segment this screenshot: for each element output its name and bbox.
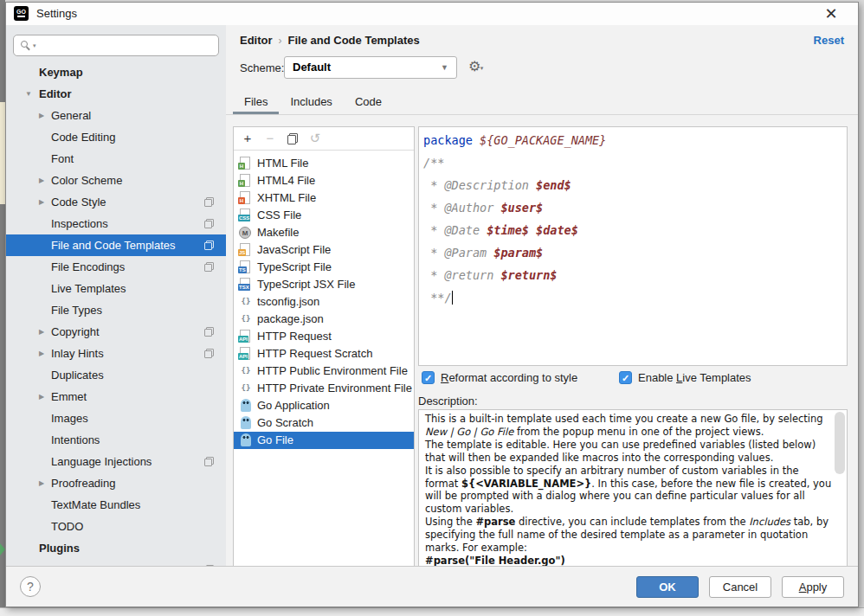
template-item-css-file[interactable]: CSSCSS File: [234, 207, 414, 224]
description-line: format ${<VARIABLE_NAME>}. In this case,…: [419, 478, 847, 491]
ok-button[interactable]: OK: [636, 576, 699, 598]
apply-button[interactable]: Apply: [782, 576, 844, 598]
goland-app-icon: GO: [14, 6, 29, 21]
template-item-label: TypeScript JSX File: [257, 276, 355, 293]
description-label: Description:: [418, 395, 478, 407]
template-options: ✓ Reformat according to style ✓ Enable L…: [418, 370, 851, 389]
help-button[interactable]: ?: [20, 576, 41, 597]
template-item-go-file[interactable]: Go File: [234, 432, 414, 449]
scheme-label: Scheme:: [240, 61, 284, 74]
template-item-html4-file[interactable]: HHTML4 File: [234, 172, 414, 189]
sidebar-item-inlay-hints[interactable]: ▶Inlay Hints: [6, 343, 226, 364]
sidebar-item-textmate-bundles[interactable]: TextMate Bundles: [6, 494, 226, 516]
chevron-right-icon[interactable]: ▶: [39, 105, 44, 126]
chevron-right-icon[interactable]: ▶: [39, 170, 44, 191]
remove-template-button[interactable]: −: [261, 130, 279, 147]
sidebar-item-plugins[interactable]: Plugins: [6, 537, 226, 559]
sidebar-item-file-and-code-templates[interactable]: File and Code Templates: [6, 234, 226, 256]
go-file-icon: [239, 433, 253, 447]
sidebar-item-file-encodings[interactable]: File Encodings: [6, 256, 226, 278]
chevron-right-icon[interactable]: ▶: [39, 386, 44, 407]
dialog-footer: ? OK Cancel Apply: [6, 566, 858, 606]
template-item-go-scratch[interactable]: Go Scratch: [234, 414, 414, 432]
close-icon[interactable]: ✕: [822, 4, 841, 23]
tab-code[interactable]: Code: [344, 92, 393, 114]
template-list-panel: +−↺ HHTML FileHHTML4 FileHXHTML FileCSSC…: [233, 126, 415, 568]
scheme-value: Default: [293, 61, 331, 74]
json-file-icon: {}: [239, 295, 253, 309]
sidebar-item-emmet[interactable]: ▶Emmet: [6, 386, 226, 407]
search-input[interactable]: [40, 36, 213, 55]
reset-link[interactable]: Reset: [814, 34, 844, 47]
sidebar-item-file-types[interactable]: File Types: [6, 299, 226, 321]
code-line: * @Description $end$: [419, 174, 847, 196]
reformat-checkbox[interactable]: ✓: [422, 371, 435, 384]
template-item-http-public-environment-file[interactable]: {}HTTP Public Environment File: [234, 363, 414, 380]
per-project-settings-icon: [204, 241, 214, 250]
sidebar-item-intentions[interactable]: Intentions: [6, 429, 226, 451]
html-file-icon: H: [239, 157, 253, 170]
sidebar-item-inspections[interactable]: Inspections: [6, 213, 226, 234]
sidebar-item-live-templates[interactable]: Live Templates: [6, 278, 226, 299]
copy-template-button[interactable]: [284, 130, 301, 147]
breadcrumb-separator: ›: [273, 35, 288, 47]
template-code-editor[interactable]: package ${GO_PACKAGE_NAME}/** * @Descrip…: [418, 126, 848, 366]
description-line: marks. For example:: [419, 542, 847, 555]
chevron-right-icon[interactable]: ▶: [39, 343, 44, 364]
template-list-toolbar: +−↺: [234, 127, 414, 151]
sidebar-item-language-injections[interactable]: Language Injections: [6, 451, 226, 472]
sidebar-item-images[interactable]: Images: [6, 407, 226, 429]
scheme-gear-icon[interactable]: ⚙▾: [468, 58, 480, 75]
template-item-javascript-file[interactable]: JSJavaScript File: [234, 241, 414, 259]
chevron-right-icon[interactable]: ▶: [39, 191, 44, 213]
template-item-label: package.json: [257, 311, 324, 328]
revert-template-button[interactable]: ↺: [306, 130, 324, 147]
sidebar-item-copyright[interactable]: ▶Copyright: [6, 321, 226, 343]
template-item-http-request-scratch[interactable]: APIHTTP Request Scratch: [234, 345, 414, 363]
enable-live-templates-checkbox[interactable]: ✓: [619, 371, 632, 384]
sidebar-item-code-editing[interactable]: Code Editing: [6, 126, 226, 148]
sidebar-item-label: Editor: [39, 83, 72, 105]
sidebar-item-font[interactable]: Font: [6, 148, 226, 170]
template-item-tsconfig-json[interactable]: {}tsconfig.json: [234, 293, 414, 311]
sidebar-item-general[interactable]: ▶General: [6, 105, 226, 126]
cancel-button[interactable]: Cancel: [709, 576, 771, 598]
tab-includes[interactable]: Includes: [279, 92, 343, 114]
settings-search-box[interactable]: ▾: [13, 35, 219, 56]
add-template-button[interactable]: +: [239, 130, 256, 147]
breadcrumb-editor[interactable]: Editor: [240, 34, 273, 47]
description-scrollbar-thumb[interactable]: [835, 412, 845, 474]
sidebar-item-duplicates[interactable]: Duplicates: [6, 364, 226, 386]
sidebar-item-editor[interactable]: ▼Editor: [6, 83, 226, 105]
template-item-http-request[interactable]: APIHTTP Request: [234, 328, 414, 345]
template-item-html-file[interactable]: HHTML File: [234, 155, 414, 172]
template-item-label: HTTP Request Scratch: [257, 345, 372, 363]
chevron-right-icon[interactable]: ▶: [39, 321, 44, 343]
sidebar-item-code-style[interactable]: ▶Code Style: [6, 191, 226, 213]
sidebar-item-color-scheme[interactable]: ▶Color Scheme: [6, 170, 226, 191]
template-item-package-json[interactable]: {}package.json: [234, 311, 414, 328]
template-item-typescript-file[interactable]: TSTypeScript File: [234, 259, 414, 276]
template-item-http-private-environment-file[interactable]: {}HTTP Private Environment File: [234, 380, 414, 397]
description-line: The template is editable. Here you can u…: [419, 439, 847, 452]
sidebar-item-proofreading[interactable]: ▶Proofreading: [6, 472, 226, 494]
template-item-xhtml-file[interactable]: HXHTML File: [234, 189, 414, 207]
template-item-makefile[interactable]: MMakefile: [234, 224, 414, 241]
settings-dialog: GO Settings ✕ ▾ Keymap▼Editor▶GeneralCod…: [5, 2, 859, 607]
settings-sidebar: ▾ Keymap▼Editor▶GeneralCode EditingFont▶…: [6, 25, 226, 568]
api-file-icon: API: [239, 347, 253, 361]
scheme-dropdown[interactable]: Default ▼: [284, 56, 457, 79]
sidebar-item-label: Copyright: [51, 321, 100, 343]
template-item-typescript-jsx-file[interactable]: TSXTypeScript JSX File: [234, 276, 414, 293]
per-project-settings-icon: [204, 457, 214, 466]
chevron-down-icon[interactable]: ▼: [25, 83, 32, 105]
settings-content-panel: Editor›File and Code Templates Reset Sch…: [226, 25, 858, 568]
tab-files[interactable]: Files: [233, 92, 279, 114]
template-item-go-application[interactable]: Go Application: [234, 397, 414, 414]
duplicate-icon: [287, 133, 298, 144]
sidebar-item-todo[interactable]: TODO: [6, 516, 226, 537]
search-icon[interactable]: [21, 41, 28, 48]
code-line: /**: [419, 151, 847, 174]
sidebar-item-keymap[interactable]: Keymap: [6, 61, 226, 83]
chevron-right-icon[interactable]: ▶: [39, 472, 44, 494]
